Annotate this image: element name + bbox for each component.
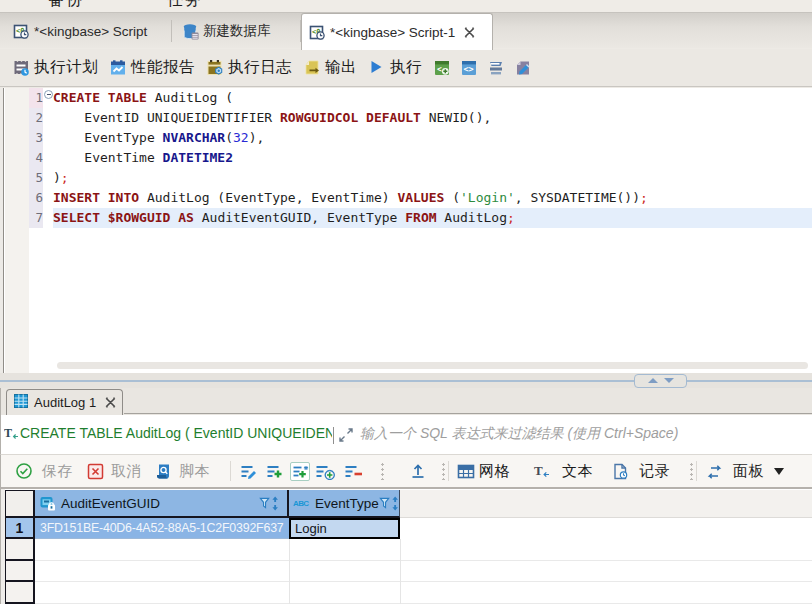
- toolbar-button-label: 执行日志: [228, 57, 292, 78]
- empty-row-number-cell[interactable]: [5, 561, 35, 583]
- code-line-7[interactable]: SELECT $ROWGUID AS AuditEventGUID, Event…: [53, 208, 812, 228]
- add-row-icon[interactable]: [266, 455, 283, 487]
- toolbar-grip: [690, 462, 693, 480]
- sql-editor[interactable]: 1234567 CREATE TABLE AuditLog ( EventID …: [0, 88, 812, 373]
- duplicate-row-icon[interactable]: [315, 455, 335, 487]
- text-view-icon[interactable]: T: [533, 455, 550, 487]
- svg-text:<: <: [437, 64, 442, 73]
- filter-text-icon: T: [4, 426, 19, 446]
- close-icon[interactable]: [105, 397, 116, 408]
- code-area[interactable]: CREATE TABLE AuditLog ( EventID UNIQUEID…: [53, 88, 812, 373]
- annotation-ruler: [5, 88, 29, 373]
- tab-new-database[interactable]: 新建数据库: [172, 13, 301, 49]
- grid-row-line: [35, 581, 812, 582]
- tab-label: 新建数据库: [203, 22, 271, 40]
- sql-script-icon: <0: [309, 24, 325, 40]
- filter-input-placeholder[interactable]: 输入一个 SQL 表达式来过滤结果 (使用 Ctrl+Space): [360, 425, 678, 443]
- line-number-column: 1234567: [29, 88, 43, 373]
- horizontal-scrollbar[interactable]: [57, 362, 808, 369]
- folding-column: [43, 88, 53, 373]
- line-number: 3: [29, 128, 43, 148]
- column-name: AuditEventGUID: [61, 496, 160, 511]
- column-name: EventType: [315, 496, 379, 511]
- chevron-down-icon[interactable]: [774, 455, 784, 487]
- close-icon[interactable]: [464, 27, 475, 38]
- results-toolbar: 保存 取消 脚本 网格 T 文本 记录 面板: [0, 455, 812, 488]
- cell-auditeventguid[interactable]: 3FD151BE-40D6-4A52-88A5-1C2F0392F637: [35, 518, 289, 539]
- row-number-cell[interactable]: 1: [5, 518, 35, 539]
- code-line-4[interactable]: EventTime DATETIME2: [53, 148, 812, 168]
- editor-tab-bar: <0 *<kingbase> Script 新建数据库 <0 *<kingbas…: [0, 12, 812, 48]
- apply-changes-icon[interactable]: [15, 455, 33, 487]
- code-line-1[interactable]: CREATE TABLE AuditLog (: [53, 88, 812, 108]
- tab-label: *<kingbase> Script: [34, 24, 147, 39]
- export-icon[interactable]: [410, 455, 426, 487]
- cancel-button[interactable]: 取消: [111, 455, 142, 487]
- line-number: 2: [29, 108, 43, 128]
- code-line-6[interactable]: INSERT INTO AuditLog (EventType, EventTi…: [53, 188, 812, 208]
- column-header-eventtype[interactable]: ABCEventType: [289, 490, 400, 518]
- empty-row-number-cell[interactable]: [5, 582, 35, 604]
- results-grid[interactable]: AuditEventGUIDABCEventType13FD151BE-40D6…: [0, 488, 812, 604]
- code-line-3[interactable]: EventType NVARCHAR(32),: [53, 128, 812, 148]
- collapse-up-icon[interactable]: [648, 378, 658, 383]
- empty-row-number-cell[interactable]: [5, 539, 35, 561]
- editor-toolbar: 执行计划性能报告执行日志输出执行<<>: [0, 49, 812, 87]
- string-type-icon: ABC: [293, 497, 310, 509]
- filter-sort-icons[interactable]: [259, 495, 283, 512]
- toolbar-separator: [230, 461, 231, 481]
- toolbar-grip: [442, 462, 445, 480]
- svg-text:T: T: [4, 426, 12, 440]
- line-number: 5: [29, 168, 43, 188]
- cell-eventtype-focused[interactable]: Login: [289, 518, 400, 539]
- line-number: 1: [29, 88, 43, 108]
- toolbar-button-output[interactable]: 输出: [299, 57, 361, 78]
- log-viewer-icon[interactable]: [487, 59, 505, 77]
- toolbar-separator: [696, 461, 697, 481]
- tab-kingbase-script-1[interactable]: <0 *<kingbase> Script-1: [301, 13, 493, 50]
- svg-text:ABC: ABC: [293, 499, 309, 508]
- line-number: 7: [29, 208, 43, 228]
- sql-script-icon: <0: [13, 23, 29, 39]
- menu-task[interactable]: 任务: [167, 0, 203, 11]
- svg-text:T: T: [534, 463, 543, 478]
- record-view-button[interactable]: 记录: [639, 455, 670, 487]
- edit-script-icon[interactable]: [514, 59, 532, 77]
- grid-row-line: [35, 560, 812, 561]
- panel-button[interactable]: 面板: [733, 455, 764, 487]
- editor-results-splitter[interactable]: [0, 373, 812, 388]
- collapse-down-icon[interactable]: [664, 378, 674, 383]
- toolbar-button-execution-plan[interactable]: 执行计划: [8, 57, 102, 78]
- reject-changes-icon[interactable]: [87, 455, 104, 487]
- toolbar-button-run[interactable]: 执行: [364, 57, 426, 78]
- svg-text:<>: <>: [463, 64, 473, 74]
- results-tab-auditlog[interactable]: AuditLog 1: [6, 389, 123, 415]
- code-line-5[interactable]: );: [53, 168, 812, 188]
- editor-left-ruler: [0, 88, 4, 373]
- grid-corner-cell[interactable]: [5, 490, 35, 518]
- record-view-icon[interactable]: [612, 455, 629, 487]
- sql-console-icon[interactable]: <>: [460, 59, 478, 77]
- panel-cycle-icon[interactable]: [706, 455, 723, 487]
- toolbar-button-performance-report[interactable]: 性能报告: [105, 57, 199, 78]
- script-button[interactable]: 脚本: [179, 455, 210, 487]
- tab-kingbase-script[interactable]: <0 *<kingbase> Script: [0, 13, 172, 49]
- column-header-auditeventguid[interactable]: AuditEventGUID: [35, 490, 289, 518]
- script-preview-icon[interactable]: [155, 455, 172, 487]
- expand-icon[interactable]: [338, 427, 354, 447]
- text-view-button[interactable]: 文本: [562, 455, 593, 487]
- grid-view-button[interactable]: 网格: [479, 455, 510, 487]
- menu-backup[interactable]: 备份: [48, 0, 84, 11]
- grid-view-icon[interactable]: [457, 455, 475, 487]
- fold-collapse-icon[interactable]: [44, 90, 53, 99]
- toolbar-button-execution-log[interactable]: 执行日志: [202, 57, 296, 78]
- save-button[interactable]: 保存: [42, 455, 73, 487]
- code-line-2[interactable]: EventID UNIQUEIDENTIFIER ROWGUIDCOL DEFA…: [53, 108, 812, 128]
- delete-row-icon[interactable]: [344, 455, 363, 487]
- line-number: 4: [29, 148, 43, 168]
- filter-sort-icons[interactable]: [379, 495, 403, 512]
- sash-line: [0, 380, 812, 382]
- add-row-default-icon[interactable]: [290, 462, 310, 481]
- new-sql-editor-icon[interactable]: <: [433, 59, 451, 77]
- edit-row-icon[interactable]: [240, 455, 257, 487]
